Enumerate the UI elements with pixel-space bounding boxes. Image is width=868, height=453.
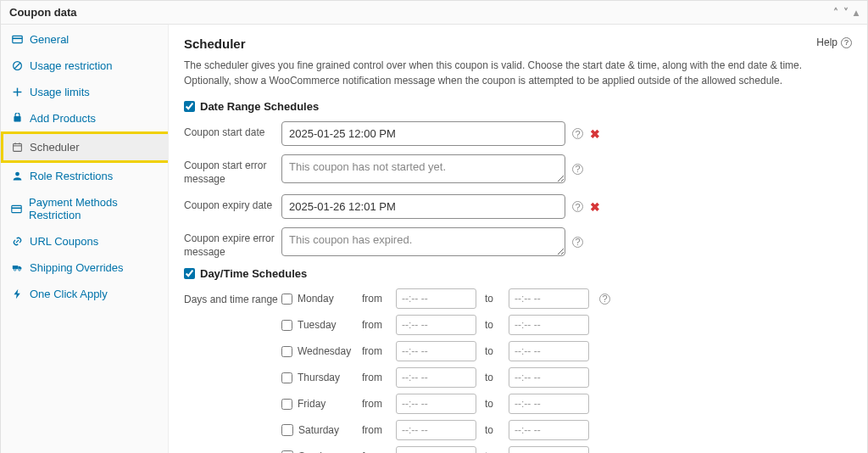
user-icon [11,171,23,182]
row-start-date: Coupon start date ? ✖ [184,121,852,146]
coupon-data-panel: Coupon data ˄ ˅ ▴ General Usage restrict… [0,0,868,453]
restriction-icon [11,60,23,71]
time-to-sunday[interactable] [509,446,589,453]
day-label: Friday [298,398,326,410]
time-from-saturday[interactable] [396,420,476,440]
time-from-monday[interactable] [396,288,476,309]
date-range-title: Date Range Schedules [200,100,319,113]
time-from-thursday[interactable] [396,367,476,388]
sidebar: General Usage restriction Usage limits A… [1,25,169,453]
help-icon: ? [841,37,852,48]
main-content: Scheduler Help ? The scheduler gives you… [169,25,867,453]
time-to-wednesday[interactable] [509,341,589,361]
calendar-icon [11,142,23,153]
sidebar-item-usage-limits[interactable]: Usage limits [1,79,168,105]
bolt-icon [11,288,23,299]
panel-collapse-icon[interactable]: ▴ [854,7,859,19]
expire-error-textarea[interactable] [281,227,565,256]
help-icon[interactable]: ? [572,128,583,139]
sidebar-item-label: URL Coupons [30,235,98,248]
day-check-friday[interactable] [281,399,292,410]
day-rows: Monday from to Tuesday from to W [281,288,589,453]
time-to-monday[interactable] [509,288,589,309]
start-error-label: Coupon start error message [184,154,281,186]
time-to-friday[interactable] [509,394,589,414]
help-icon[interactable]: ? [572,201,583,212]
daytime-toggle[interactable] [184,268,195,279]
days-range-label: Days and time range [184,288,281,307]
sidebar-item-label: General [30,33,69,46]
to-label: to [485,345,500,357]
sidebar-item-general[interactable]: General [1,26,168,53]
day-row-thursday: Thursday from to [281,367,589,388]
day-schedule-block: Days and time range Monday from to Tuesd… [184,288,852,453]
sidebar-item-label: Role Restrictions [30,170,113,182]
row-start-error: Coupon start error message ? [184,154,852,186]
time-from-friday[interactable] [396,394,476,414]
time-to-tuesday[interactable] [509,315,589,335]
day-label: Saturday [298,424,339,436]
sidebar-item-label: Shipping Overrides [30,261,124,274]
panel-down-icon[interactable]: ˅ [843,7,849,19]
day-label: Wednesday [298,345,351,357]
daytime-heading: Day/Time Schedules [184,267,852,280]
sidebar-item-payment-methods[interactable]: Payment Methods Restriction [1,189,168,228]
day-check-saturday[interactable] [281,424,293,436]
expiry-date-input[interactable] [281,194,565,219]
day-label: Thursday [298,372,340,383]
row-expiry-date: Coupon expiry date ? ✖ [184,194,852,219]
sidebar-item-shipping-overrides[interactable]: Shipping Overrides [1,254,168,281]
expire-error-label: Coupon expire error message [184,227,281,259]
sidebar-item-label: Usage limits [30,86,90,98]
to-label: to [485,319,500,331]
svg-point-16 [18,269,19,271]
day-check-wednesday[interactable] [281,346,292,357]
panel-title: Coupon data [9,6,76,19]
link-icon [11,236,23,247]
start-date-label: Coupon start date [184,121,281,140]
panel-up-icon[interactable]: ˄ [833,7,838,19]
sidebar-item-role-restrictions[interactable]: Role Restrictions [1,163,168,189]
help-icon[interactable]: ? [572,237,583,248]
sidebar-item-label: Scheduler [30,141,80,154]
day-label: Monday [298,293,334,305]
help-icon[interactable]: ? [599,294,610,305]
panel-body: General Usage restriction Usage limits A… [1,25,867,453]
panel-controls: ˄ ˅ ▴ [833,7,859,19]
start-date-input[interactable] [281,121,565,146]
daytime-title: Day/Time Schedules [200,267,307,280]
day-check-thursday[interactable] [281,372,292,383]
time-to-saturday[interactable] [509,420,589,440]
sidebar-item-one-click-apply[interactable]: One Click Apply [1,281,168,307]
to-label: to [485,398,500,410]
start-error-textarea[interactable] [281,154,565,183]
products-icon [11,113,23,124]
sidebar-item-usage-restriction[interactable]: Usage restriction [1,53,168,79]
time-to-thursday[interactable] [509,367,589,388]
svg-rect-13 [12,207,21,209]
main-header: Scheduler Help ? [184,36,852,58]
svg-rect-1 [12,37,21,39]
day-row-friday: Friday from to [281,394,589,414]
svg-point-11 [15,172,19,176]
remove-start-icon[interactable]: ✖ [590,127,600,141]
to-label: to [485,372,500,383]
sidebar-item-scheduler[interactable]: Scheduler [1,131,168,163]
day-check-tuesday[interactable] [281,320,292,331]
row-expire-error: Coupon expire error message ? [184,227,852,259]
time-from-sunday[interactable] [396,446,476,453]
sidebar-item-add-products[interactable]: Add Products [1,105,168,131]
day-label: Tuesday [298,319,337,331]
time-from-wednesday[interactable] [396,341,476,361]
day-check-monday[interactable] [281,294,292,305]
from-label: from [362,293,387,305]
remove-expiry-icon[interactable]: ✖ [590,200,600,214]
sidebar-item-label: Add Products [30,112,96,125]
help-icon[interactable]: ? [572,164,583,175]
panel-header: Coupon data ˄ ˅ ▴ [1,1,867,25]
time-from-tuesday[interactable] [396,315,476,335]
date-range-toggle[interactable] [184,101,195,112]
help-link[interactable]: Help ? [816,36,852,48]
sidebar-item-url-coupons[interactable]: URL Coupons [1,228,168,254]
svg-rect-7 [13,143,21,151]
